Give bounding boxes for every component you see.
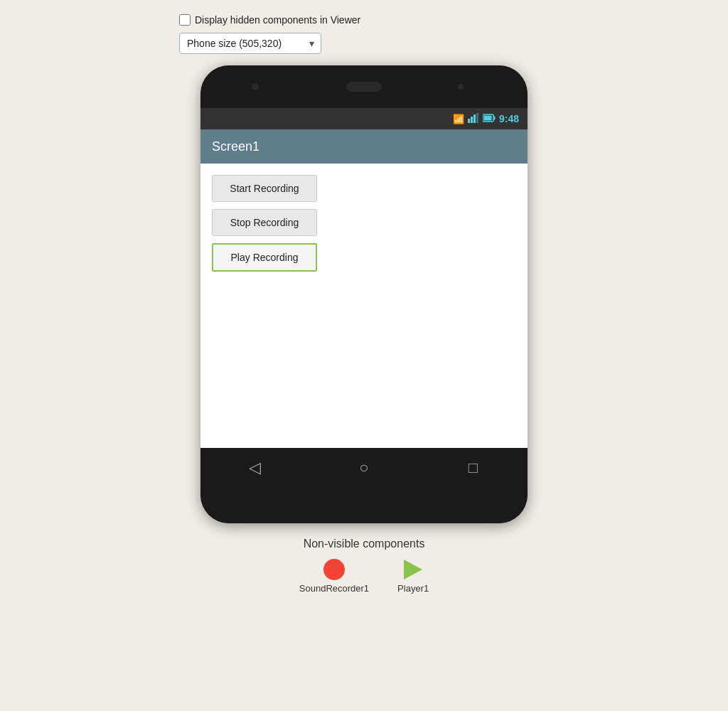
player-label: Player1 xyxy=(397,583,429,594)
checkbox-row: Display hidden components in Viewer xyxy=(179,14,549,26)
phone-speaker-icon xyxy=(346,82,382,92)
stop-recording-button[interactable]: Stop Recording xyxy=(212,209,317,236)
non-visible-title: Non-visible components xyxy=(304,538,425,550)
svg-rect-3 xyxy=(476,113,478,123)
display-hidden-label[interactable]: Display hidden components in Viewer xyxy=(195,14,360,26)
player-icon xyxy=(404,560,422,579)
size-select[interactable]: Phone size (505,320) Tablet size (1024,7… xyxy=(179,33,321,54)
back-nav-button[interactable]: ◁ xyxy=(241,454,269,482)
app-title: Screen1 xyxy=(212,139,259,154)
app-content-spacer xyxy=(212,279,516,437)
svg-rect-5 xyxy=(493,116,495,119)
front-camera-icon xyxy=(252,83,259,90)
svg-rect-1 xyxy=(471,117,473,123)
size-select-wrapper: Phone size (505,320) Tablet size (1024,7… xyxy=(179,33,321,54)
non-visible-section: Non-visible components SoundRecorder1 Pl… xyxy=(299,538,429,594)
home-nav-button[interactable]: ○ xyxy=(350,454,378,482)
player-item: Player1 xyxy=(397,559,429,594)
phone-top-bar xyxy=(200,65,528,108)
phone-bottom-bar xyxy=(200,488,528,523)
time-display: 9:48 xyxy=(499,113,519,124)
phone-frame: 📶 9:48 xyxy=(200,65,528,523)
start-recording-button[interactable]: Start Recording xyxy=(212,175,317,202)
recents-nav-button[interactable]: □ xyxy=(459,454,487,482)
top-controls: Display hidden components in Viewer Phon… xyxy=(179,14,549,54)
sound-recorder-label: SoundRecorder1 xyxy=(299,583,369,594)
signal-icon xyxy=(468,113,479,125)
status-bar: 📶 9:48 xyxy=(200,108,528,129)
non-visible-components: SoundRecorder1 Player1 xyxy=(299,559,429,594)
svg-rect-0 xyxy=(468,119,470,123)
phone-screen: 📶 9:48 xyxy=(200,108,528,488)
play-recording-button[interactable]: Play Recording xyxy=(212,243,317,272)
sound-recorder-icon xyxy=(323,559,345,580)
svg-rect-6 xyxy=(483,115,491,120)
bottom-nav: ◁ ○ □ xyxy=(200,448,528,488)
svg-rect-2 xyxy=(473,114,476,123)
battery-icon xyxy=(483,114,496,124)
wifi-icon: 📶 xyxy=(453,114,464,124)
front-camera2-icon xyxy=(458,84,464,90)
status-icons: 📶 9:48 xyxy=(453,113,519,125)
sound-recorder-item: SoundRecorder1 xyxy=(299,559,369,594)
display-hidden-checkbox[interactable] xyxy=(179,14,191,26)
app-titlebar: Screen1 xyxy=(200,129,528,164)
app-content: Start Recording Stop Recording Play Reco… xyxy=(200,164,528,448)
